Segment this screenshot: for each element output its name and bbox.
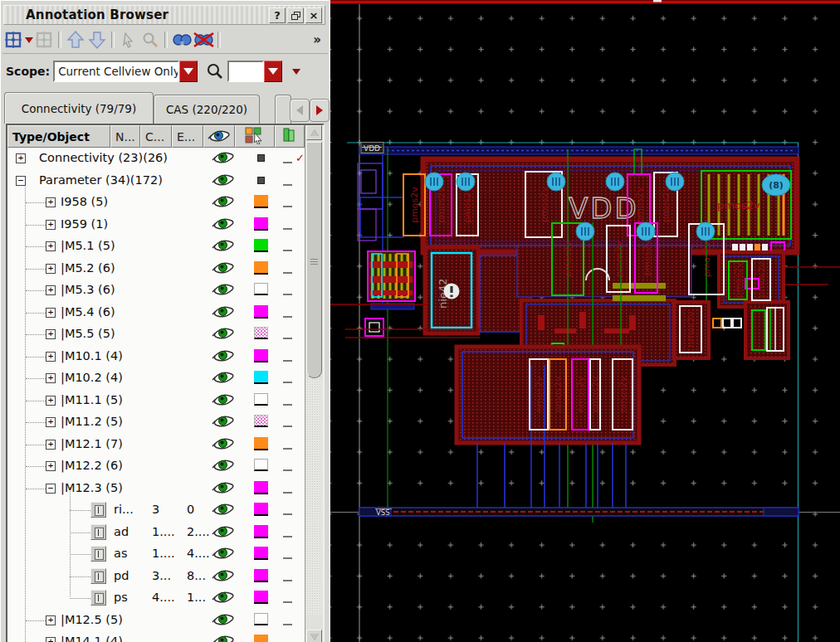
visibility-eye-icon[interactable] — [212, 172, 238, 190]
color-swatch[interactable] — [254, 415, 268, 427]
color-swatch[interactable] — [254, 569, 268, 582]
expand-icon[interactable]: + — [46, 352, 56, 362]
tree-row[interactable]: as1....4.... — [7, 543, 305, 566]
scope-dropdown-button[interactable] — [179, 61, 198, 82]
visibility-eye-icon[interactable] — [212, 304, 238, 322]
close-button[interactable]: × — [305, 7, 322, 23]
tree-row[interactable]: −Parameter (34)(172) — [7, 170, 305, 192]
color-swatch[interactable] — [254, 547, 268, 560]
layout-canvas[interactable]: VDD pmos2v VDD — [330, 0, 840, 642]
tree-row[interactable]: +I959 (1) — [7, 214, 305, 236]
visibility-eye-icon[interactable] — [212, 237, 238, 255]
visibility-eye-icon[interactable] — [212, 611, 238, 630]
tree-row[interactable]: +|M12.2 (6) — [7, 455, 305, 478]
tree-row[interactable]: ad1....2.... — [7, 522, 305, 544]
restore-button[interactable] — [287, 7, 304, 23]
color-swatch[interactable] — [254, 371, 268, 384]
expand-icon[interactable]: + — [46, 197, 56, 207]
expand-icon[interactable]: + — [46, 461, 56, 471]
visibility-eye-icon[interactable] — [212, 216, 238, 234]
header-n[interactable]: N... — [110, 125, 140, 148]
help-button[interactable]: ? — [269, 7, 286, 23]
visibility-eye-icon[interactable] — [212, 392, 238, 410]
color-swatch[interactable] — [254, 481, 268, 494]
tab-scroll-left-button[interactable] — [290, 99, 310, 122]
color-swatch[interactable] — [254, 591, 268, 604]
annotation-marker-icon[interactable] — [637, 222, 655, 241]
header-eye-icon[interactable] — [203, 125, 235, 148]
color-swatch[interactable] — [254, 393, 268, 406]
expand-icon[interactable]: + — [46, 285, 56, 295]
scrollbar-trough[interactable] — [306, 378, 322, 615]
tree-row[interactable]: −|M12.3 (5) — [7, 478, 305, 500]
tree-row[interactable]: +|M11.1 (5) — [7, 390, 305, 412]
color-swatch[interactable] — [254, 503, 268, 516]
header-flag-icon[interactable] — [275, 125, 305, 148]
annotation-marker-icon[interactable] — [425, 173, 443, 191]
expand-icon[interactable]: + — [46, 637, 56, 642]
eye-icon[interactable] — [208, 128, 231, 146]
header-c[interactable]: C... — [140, 125, 172, 148]
tab-partial[interactable] — [275, 95, 291, 124]
annotation-marker-badge[interactable]: (8) — [762, 174, 790, 196]
expand-icon[interactable]: + — [46, 241, 56, 251]
header-swatch-select-icon[interactable] — [235, 125, 275, 148]
header-e[interactable]: E... — [172, 125, 203, 148]
expand-icon[interactable]: + — [46, 417, 56, 427]
tree-row[interactable]: +Connectivity (23)(26)✓ — [7, 148, 305, 170]
expand-icon[interactable]: + — [46, 264, 56, 274]
search-dropdown-button[interactable] — [264, 61, 282, 82]
visibility-eye-icon[interactable] — [212, 435, 238, 454]
probe-target-disabled-icon[interactable] — [33, 29, 55, 51]
expand-icon[interactable]: + — [46, 615, 56, 625]
color-swatch[interactable] — [254, 635, 268, 642]
visibility-eye-icon[interactable] — [212, 149, 238, 168]
expand-icon[interactable]: + — [46, 396, 56, 406]
tab-scroll-right-button[interactable] — [310, 99, 330, 122]
expand-icon[interactable]: + — [46, 308, 56, 318]
color-swatch[interactable] — [254, 437, 268, 450]
tree-row[interactable]: pd3...8... — [7, 566, 305, 588]
search-icon[interactable] — [206, 62, 224, 80]
tab-connectivity[interactable]: Connectivity (79/79) — [4, 92, 154, 124]
tree-header[interactable]: Type/ObjectN...C...E... — [7, 125, 305, 148]
tree-row[interactable]: +|M5.4 (6) — [7, 302, 305, 324]
expand-icon[interactable]: + — [46, 373, 56, 383]
header-type-object[interactable]: Type/Object — [7, 125, 110, 148]
annotation-marker-icon[interactable] — [547, 173, 565, 191]
tree-row[interactable]: +|M10.2 (4) — [7, 367, 305, 390]
color-swatch[interactable] — [254, 283, 268, 295]
swatch-select-icon[interactable] — [244, 126, 266, 147]
collapse-icon[interactable]: − — [46, 484, 56, 494]
color-swatch[interactable] — [254, 305, 268, 319]
tree-row[interactable]: +|M5.2 (6) — [7, 258, 305, 280]
annotation-marker-icon[interactable] — [696, 222, 715, 241]
color-swatch[interactable] — [254, 459, 268, 471]
scope-value[interactable]: Current Cellview Only — [53, 61, 179, 82]
extra-dropdown-icon[interactable] — [292, 69, 300, 75]
visibility-eye-icon[interactable] — [212, 633, 238, 642]
tree-row[interactable]: +|M5.1 (5) — [7, 236, 305, 258]
select-cursor-icon[interactable] — [118, 29, 139, 51]
find-binoculars-icon[interactable] — [171, 29, 193, 51]
expand-icon[interactable]: + — [16, 153, 26, 163]
expand-icon[interactable]: + — [46, 440, 56, 450]
tree-row[interactable]: ri...30 — [7, 499, 305, 522]
visibility-eye-icon[interactable] — [212, 523, 238, 542]
tree-row[interactable]: +|M10.1 (4) — [7, 346, 305, 368]
tree-row[interactable]: +|M12.5 (5) — [7, 610, 305, 632]
color-swatch[interactable] — [254, 613, 268, 625]
color-swatch[interactable] — [254, 327, 268, 339]
color-swatch[interactable] — [254, 195, 268, 208]
title-bar[interactable]: Annotation Browser ? × — [3, 5, 325, 25]
visibility-eye-icon[interactable] — [212, 501, 238, 519]
visibility-eye-icon[interactable] — [212, 348, 238, 366]
zoom-search-icon[interactable] — [139, 29, 161, 51]
color-swatch[interactable] — [257, 177, 265, 184]
clear-find-binoculars-icon[interactable] — [193, 29, 214, 51]
visibility-eye-icon[interactable] — [212, 325, 238, 343]
tree-row[interactable]: +|M5.3 (6) — [7, 280, 305, 302]
color-swatch[interactable] — [254, 349, 268, 362]
visibility-eye-icon[interactable] — [212, 545, 238, 563]
expand-icon[interactable]: + — [46, 329, 56, 339]
